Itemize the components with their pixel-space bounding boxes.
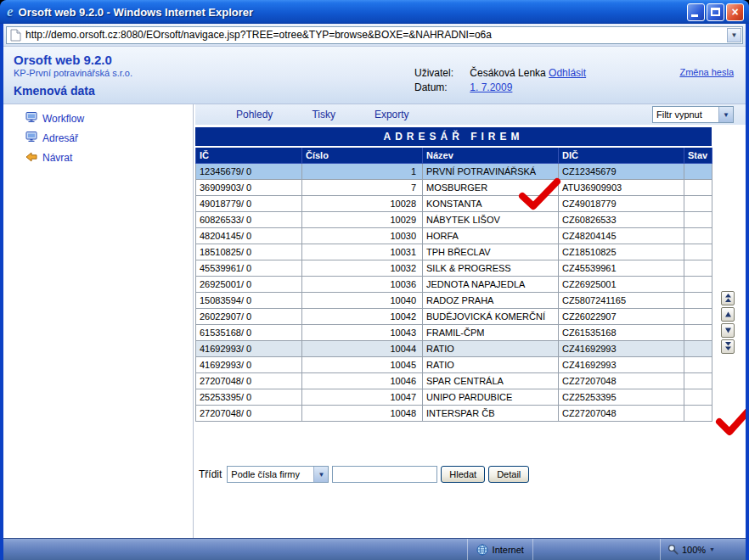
cell-cislo: 10047 [302, 389, 423, 406]
cell-dic: CZ18510825 [559, 244, 684, 260]
close-button[interactable]: × [726, 3, 744, 21]
cell-cislo: 7 [302, 180, 423, 196]
firm-table-body: 12345679/ 01PRVNÍ POTRAVINÁŘSKÁCZ1234567… [196, 164, 712, 422]
cell-stav [684, 325, 712, 341]
chevron-down-icon: ▼ [731, 31, 738, 39]
cell-stav [684, 373, 712, 389]
date-link[interactable]: 1. 7.2009 [470, 81, 512, 93]
cell-dic: CZ45539961 [559, 260, 684, 277]
search-button[interactable]: Hledat [441, 466, 485, 483]
table-row[interactable]: 41692993/ 010045RATIOCZ41692993 [196, 357, 712, 373]
cell-stav [684, 389, 712, 406]
cell-dic: CZ12345679 [559, 164, 684, 180]
logout-link[interactable]: Odhlásit [549, 67, 586, 79]
cell-nazev: RATIO [423, 357, 559, 373]
table-row[interactable]: 12345679/ 01PRVNÍ POTRAVINÁŘSKÁCZ1234567… [196, 164, 712, 180]
cell-cislo: 10048 [302, 406, 423, 422]
cell-nazev: NÁBYTEK LIŠOV [423, 212, 559, 228]
sidebar-item-label: Workflow [42, 113, 84, 125]
cell-dic: CZ26022907 [559, 309, 684, 325]
column-header-ic[interactable]: IČ [196, 148, 302, 164]
minimize-button[interactable] [687, 3, 705, 21]
cell-dic: ATU36909903 [559, 180, 684, 196]
cell-ic: 49018779/ 0 [196, 196, 302, 212]
cell-dic: CZ25253395 [559, 389, 684, 406]
filter-select[interactable]: Filtr vypnut ▼ [652, 106, 734, 123]
change-password-link[interactable]: Změna hesla [679, 67, 734, 77]
globe-icon [476, 544, 488, 556]
pager-last-button[interactable] [721, 339, 735, 354]
table-row[interactable]: 27207048/ 010046SPAR CENTRÁLACZ27207048 [196, 373, 712, 389]
cell-dic: CZ26925001 [559, 277, 684, 293]
cell-cislo: 10036 [302, 277, 423, 293]
table-row[interactable]: 45539961/ 010032SILK & PROGRESSCZ4553996… [196, 260, 712, 277]
menu-bar: Pohledy Tisky Exporty Filtr vypnut ▼ [195, 104, 746, 125]
cell-cislo: 10042 [302, 309, 423, 325]
firms-table: IČ Číslo Název DIČ Stav 12345679/ 01PRVN… [195, 148, 712, 422]
cell-ic: 26022907/ 0 [196, 309, 302, 325]
table-row[interactable]: 26022907/ 010042BUDĚJOVICKÁ KOMERČNÍCZ26… [196, 309, 712, 325]
filter-select-value: Filtr vypnut [653, 109, 718, 120]
cell-cislo: 10029 [302, 212, 423, 228]
table-row[interactable]: 18510825/ 010031TPH BŘECLAVCZ18510825 [196, 244, 712, 260]
sidebar-item-workflow[interactable]: Workflow [25, 111, 193, 126]
cell-cislo: 10044 [302, 341, 423, 357]
double-chevron-down-icon [724, 342, 732, 351]
cell-dic: CZ60826533 [559, 212, 684, 228]
table-row[interactable]: 36909903/ 07MOSBURGERATU36909903 [196, 180, 712, 196]
cell-stav [684, 180, 712, 196]
table-row[interactable]: 27207048/ 010048INTERSPAR ČBCZ27207048 [196, 406, 712, 422]
cell-cislo: 10043 [302, 325, 423, 341]
table-row[interactable]: 48204145/ 010030HORFACZ48204145 [196, 228, 712, 244]
maximize-button[interactable] [707, 3, 724, 21]
menu-item-tisky[interactable]: Tisky [312, 109, 335, 120]
security-zone: Internet [467, 539, 532, 560]
pager-prev-button[interactable] [721, 307, 735, 322]
column-header-dic[interactable]: DIČ [559, 148, 684, 164]
cell-cislo: 10032 [302, 260, 423, 277]
cell-nazev: RATIO [423, 341, 559, 357]
sidebar-item-adresar[interactable]: Adresář [25, 131, 193, 146]
cell-stav [684, 212, 712, 228]
table-row[interactable]: 49018779/ 010028KONSTANTACZ49018779 [196, 196, 712, 212]
table-row[interactable]: 41692993/ 010044RATIOCZ41692993 [196, 341, 712, 357]
table-row[interactable]: 25253395/ 010047UNIPO PARDUBICECZ2525339… [196, 389, 712, 406]
cell-stav [684, 357, 712, 373]
menu-item-exporty[interactable]: Exporty [374, 109, 409, 120]
address-bar: http://demo.orsoft.cz:8080/EOrsoft/navig… [3, 24, 746, 47]
search-input[interactable] [332, 466, 437, 483]
cell-stav [684, 309, 712, 325]
menu-item-pohledy[interactable]: Pohledy [236, 109, 273, 120]
table-row[interactable]: 61535168/ 010043FRAMIL-ČPMCZ61535168 [196, 325, 712, 341]
sidebar-item-navrat[interactable]: Návrat [25, 150, 193, 165]
column-header-nazev[interactable]: Název [423, 148, 559, 164]
address-field[interactable]: http://demo.orsoft.cz:8080/EOrsoft/navig… [6, 26, 743, 44]
cell-nazev: RADOZ PRAHA [423, 293, 559, 309]
table-row[interactable]: 26925001/ 010036JEDNOTA NAPAJEDLACZ26925… [196, 277, 712, 293]
table-row[interactable]: 60826533/ 010029NÁBYTEK LIŠOVCZ60826533 [196, 212, 712, 228]
sidebar: Workflow Adresář Návrat [3, 104, 194, 538]
address-dropdown-button[interactable]: ▼ [727, 28, 741, 42]
cell-cislo: 10046 [302, 373, 423, 389]
user-name: Česáková Lenka [470, 67, 545, 79]
column-header-stav[interactable]: Stav [684, 148, 712, 164]
sort-select[interactable]: Podle čísla firmy ▼ [227, 466, 329, 483]
zoom-control[interactable]: 100% ▼ [660, 539, 722, 560]
close-icon: × [727, 4, 743, 20]
cell-stav [684, 406, 712, 422]
pager-next-button[interactable] [721, 323, 735, 338]
workflow-icon [25, 111, 37, 126]
cell-cislo: 10040 [302, 293, 423, 309]
cell-dic: CZ41692993 [559, 357, 684, 373]
company-name: KP-První potravinářská s.r.o. [14, 68, 746, 78]
cell-nazev: UNIPO PARDUBICE [423, 389, 559, 406]
table-row[interactable]: 15083594/ 010040RADOZ PRAHACZ5807241165 [196, 293, 712, 309]
cell-nazev: BUDĚJOVICKÁ KOMERČNÍ [423, 309, 559, 325]
cell-ic: 36909903/ 0 [196, 180, 302, 196]
back-arrow-icon [25, 150, 37, 165]
cell-nazev: PRVNÍ POTRAVINÁŘSKÁ [423, 164, 559, 180]
pager-first-button[interactable] [721, 291, 735, 305]
detail-button[interactable]: Detail [488, 466, 529, 483]
column-header-cislo[interactable]: Číslo [302, 148, 423, 164]
cell-dic: CZ61535168 [559, 325, 684, 341]
